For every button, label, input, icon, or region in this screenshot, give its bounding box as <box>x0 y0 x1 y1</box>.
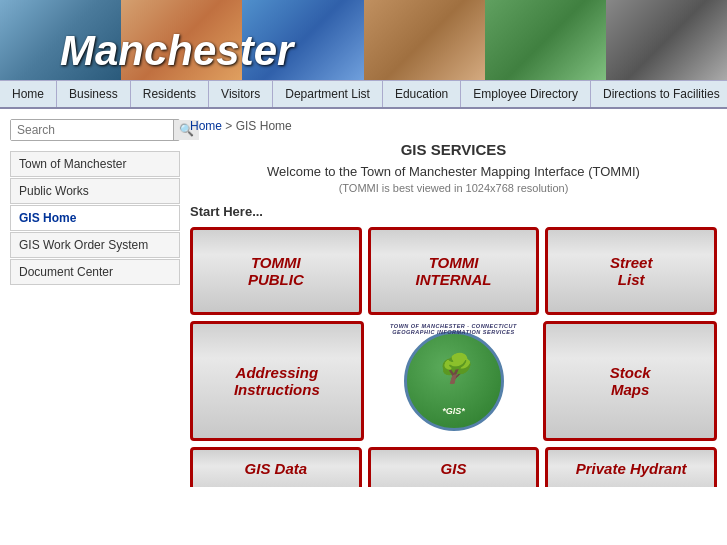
gis-logo-container: 🌳 *GIS* TOWN OF MANCHESTER · CONNECTICUT… <box>370 321 538 441</box>
grid-row-1: TOMMIPUBLIC TOMMIINTERNAL StreetList <box>190 227 717 315</box>
header-banner: Manchester <box>0 0 727 80</box>
breadcrumb: Home > GIS Home <box>190 119 717 133</box>
breadcrumb-separator: > <box>225 119 235 133</box>
welcome-text: Welcome to the Town of Manchester Mappin… <box>190 164 717 179</box>
stock-maps-button[interactable]: StockMaps <box>543 321 717 441</box>
main-content: Home > GIS Home GIS SERVICES Welcome to … <box>190 119 717 487</box>
tommi-public-button[interactable]: TOMMIPUBLIC <box>190 227 362 315</box>
search-input[interactable] <box>11 120 173 140</box>
page-title: GIS SERVICES <box>190 141 717 158</box>
nav-business[interactable]: Business <box>57 81 131 107</box>
gis-ring-text: TOWN OF MANCHESTER · CONNECTICUTGEOGRAPH… <box>389 323 519 335</box>
nav-bar: Home Business Residents Visitors Departm… <box>0 80 727 109</box>
gis-data-button[interactable]: GIS Data... <box>190 447 362 487</box>
breadcrumb-home[interactable]: Home <box>190 119 222 133</box>
sidebar: 🔍 Town of Manchester Public Works GIS Ho… <box>10 119 180 487</box>
tommi-internal-button[interactable]: TOMMIINTERNAL <box>368 227 540 315</box>
sidebar-item-gis-work-order[interactable]: GIS Work Order System <box>10 232 180 258</box>
sidebar-item-document-center[interactable]: Document Center <box>10 259 180 285</box>
gis-logo: 🌳 *GIS* <box>404 331 504 431</box>
grid-container: TOMMIPUBLIC TOMMIINTERNAL StreetList Add… <box>190 227 717 487</box>
nav-employee-directory[interactable]: Employee Directory <box>461 81 591 107</box>
breadcrumb-current: GIS Home <box>236 119 292 133</box>
nav-education[interactable]: Education <box>383 81 461 107</box>
sidebar-item-gis-home[interactable]: GIS Home <box>10 205 180 231</box>
nav-department-list[interactable]: Department List <box>273 81 383 107</box>
sidebar-item-public-works[interactable]: Public Works <box>10 178 180 204</box>
sidebar-item-town[interactable]: Town of Manchester <box>10 151 180 177</box>
nav-home[interactable]: Home <box>0 81 57 107</box>
sidebar-section: Town of Manchester Public Works GIS Home… <box>10 151 180 285</box>
photo-block-5 <box>485 0 606 80</box>
sub-note: (TOMMI is best viewed in 1024x768 resolu… <box>190 182 717 194</box>
site-title: Manchester <box>0 27 293 80</box>
content-area: 🔍 Town of Manchester Public Works GIS Ho… <box>0 109 727 497</box>
private-hydrant-button[interactable]: Private Hydrant... <box>545 447 717 487</box>
photo-block-4 <box>364 0 485 80</box>
gis-star: *GIS* <box>442 406 465 416</box>
search-box[interactable]: 🔍 <box>10 119 180 141</box>
addressing-instructions-button[interactable]: AddressingInstructions <box>190 321 364 441</box>
nav-visitors[interactable]: Visitors <box>209 81 273 107</box>
photo-block-6 <box>606 0 727 80</box>
nav-residents[interactable]: Residents <box>131 81 209 107</box>
start-here-label: Start Here... <box>190 204 717 219</box>
grid-row-3: GIS Data... GIS... Private Hydrant... <box>190 447 717 487</box>
nav-directions[interactable]: Directions to Facilities <box>591 81 727 107</box>
street-list-button[interactable]: StreetList <box>545 227 717 315</box>
gis-tree-icon: 🌳 <box>436 352 471 385</box>
grid-row-2: AddressingInstructions 🌳 *GIS* TOWN OF M… <box>190 321 717 441</box>
gis-button[interactable]: GIS... <box>368 447 540 487</box>
